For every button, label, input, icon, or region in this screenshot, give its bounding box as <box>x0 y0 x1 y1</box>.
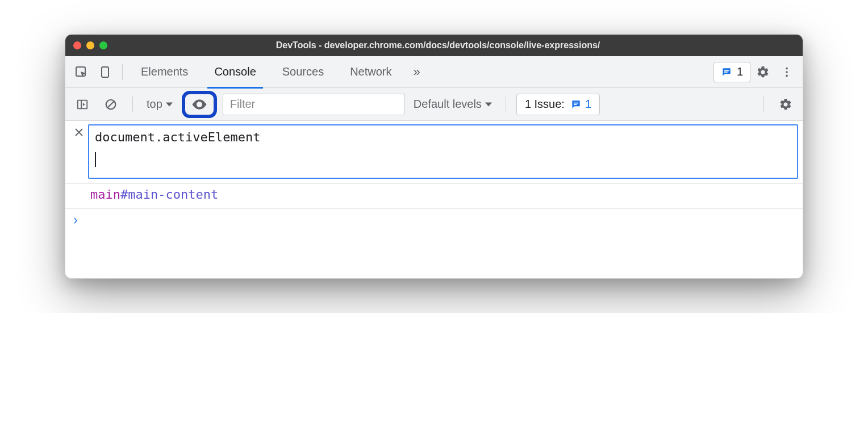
console-toolbar: top Default levels 1 Issue: 1 <box>65 88 803 121</box>
device-toolbar-icon[interactable] <box>94 61 116 83</box>
execution-context-selector[interactable]: top <box>143 98 176 111</box>
result-tag: main <box>90 187 120 202</box>
chat-icon <box>570 99 582 110</box>
live-expression-row: document.activeElement <box>65 121 803 184</box>
issues-count: 1 <box>585 98 591 111</box>
divider <box>763 97 764 112</box>
window-controls <box>73 41 107 49</box>
console-prompt[interactable]: › <box>65 209 803 278</box>
context-label: top <box>147 98 162 111</box>
console-settings-gear-icon[interactable] <box>774 93 797 116</box>
svg-line-11 <box>108 101 114 107</box>
main-tabs: Elements Console Sources Network » 1 <box>65 56 803 88</box>
close-icon <box>74 128 84 137</box>
chevron-down-icon <box>166 101 173 108</box>
window-title: DevTools - developer.chrome.com/docs/dev… <box>113 40 763 51</box>
console-sidebar-toggle-icon[interactable] <box>71 93 94 116</box>
divider <box>506 97 506 112</box>
svg-point-6 <box>786 71 788 73</box>
svg-point-5 <box>786 67 788 69</box>
text-cursor <box>95 152 96 167</box>
levels-label: Default levels <box>414 98 482 111</box>
svg-rect-13 <box>574 102 578 103</box>
log-levels-selector[interactable]: Default levels <box>410 98 495 111</box>
result-id: #main-content <box>120 187 218 202</box>
header-issues-count: 1 <box>737 65 743 78</box>
divider <box>122 64 123 80</box>
expression-text: document.activeElement <box>95 130 791 144</box>
chat-icon <box>721 66 732 78</box>
svg-point-12 <box>198 103 201 106</box>
inspect-element-icon[interactable] <box>70 61 93 83</box>
issues-pill[interactable]: 1 Issue: 1 <box>516 94 600 115</box>
close-window-button[interactable] <box>73 41 81 49</box>
tab-sources[interactable]: Sources <box>270 56 336 88</box>
svg-rect-3 <box>724 70 729 71</box>
more-menu-icon[interactable] <box>775 61 798 83</box>
settings-gear-icon[interactable] <box>752 61 774 83</box>
minimize-window-button[interactable] <box>86 41 94 49</box>
svg-rect-1 <box>102 67 108 77</box>
console-body: document.activeElement main#main-content… <box>65 121 803 278</box>
divider <box>132 97 133 112</box>
maximize-window-button[interactable] <box>99 41 107 49</box>
devtools-window: DevTools - developer.chrome.com/docs/dev… <box>65 34 803 279</box>
remove-live-expression-button[interactable] <box>70 124 88 179</box>
titlebar: DevTools - developer.chrome.com/docs/dev… <box>65 35 803 56</box>
live-expression-result[interactable]: main#main-content <box>65 184 803 209</box>
prompt-chevron-icon: › <box>72 212 79 229</box>
create-live-expression-button[interactable] <box>182 91 217 118</box>
eye-icon <box>191 96 208 113</box>
clear-console-icon[interactable] <box>99 93 122 116</box>
header-issues-badge[interactable]: 1 <box>713 62 750 82</box>
tab-network[interactable]: Network <box>337 56 404 88</box>
live-expression-editor[interactable]: document.activeElement <box>88 124 798 179</box>
svg-point-7 <box>786 74 788 77</box>
issues-label: 1 Issue: <box>525 98 565 111</box>
svg-rect-8 <box>78 100 87 108</box>
tabs-overflow-icon[interactable]: » <box>406 61 428 83</box>
svg-rect-14 <box>574 104 577 105</box>
tab-elements[interactable]: Elements <box>128 56 201 88</box>
tab-console[interactable]: Console <box>202 56 268 88</box>
chevron-down-icon <box>485 101 492 108</box>
filter-input[interactable] <box>223 94 404 115</box>
svg-rect-4 <box>724 72 728 73</box>
